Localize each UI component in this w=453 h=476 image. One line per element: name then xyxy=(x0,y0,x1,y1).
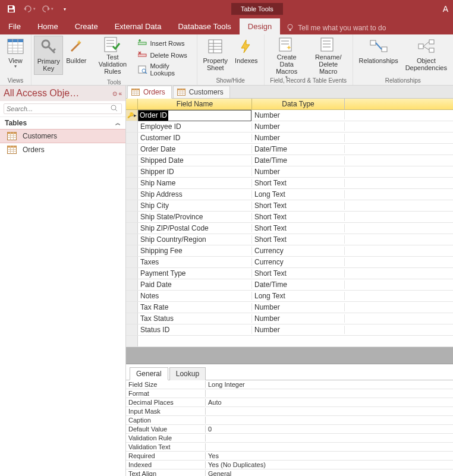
row-selector[interactable] xyxy=(126,291,138,301)
field-row[interactable]: Tax StatusNumber xyxy=(126,313,453,324)
create-data-macros-button[interactable]: Create Data Macros ▾ xyxy=(267,36,307,75)
relationships-button[interactable]: Relationships xyxy=(356,36,402,75)
col-data-type[interactable]: Data Type xyxy=(252,99,345,109)
nav-search[interactable] xyxy=(4,103,122,114)
undo-button[interactable]: ▾ xyxy=(21,1,37,17)
data-type-cell[interactable]: Number xyxy=(252,314,345,323)
save-button[interactable] xyxy=(4,1,19,17)
field-name-cell[interactable]: Taxes xyxy=(138,258,252,266)
nav-header[interactable]: All Access Obje… ⊙ « xyxy=(0,86,125,101)
property-row[interactable]: Caption xyxy=(126,416,453,425)
data-type-cell[interactable]: Short Text xyxy=(252,224,345,232)
tab-external-data[interactable]: External Data xyxy=(106,18,170,34)
tab-design[interactable]: Design xyxy=(240,18,280,34)
row-selector[interactable]: 🔑▸ xyxy=(126,110,138,121)
property-row[interactable]: Validation Text xyxy=(126,443,453,452)
field-row[interactable]: 🔑▸Order IDNumber xyxy=(126,110,453,121)
field-row[interactable]: Payment TypeShort Text xyxy=(126,268,453,279)
row-selector[interactable] xyxy=(126,155,138,166)
field-row[interactable]: Shipper IDNumber xyxy=(126,166,453,178)
field-row[interactable]: Ship State/ProvinceShort Text xyxy=(126,212,453,223)
data-type-cell[interactable]: Currency xyxy=(252,258,345,266)
field-name-cell[interactable]: Ship ZIP/Postal Code xyxy=(138,224,252,232)
field-name-cell[interactable]: Order ID xyxy=(139,111,168,121)
row-selector[interactable] xyxy=(126,178,138,188)
data-type-cell[interactable]: Date/Time xyxy=(252,280,345,289)
field-name-cell[interactable]: Employee ID xyxy=(138,122,252,131)
primary-key-button[interactable]: Primary Key xyxy=(34,36,63,75)
field-name-cell[interactable]: Shipper ID xyxy=(138,168,252,176)
field-row[interactable]: Shipping FeeCurrency xyxy=(126,245,453,257)
row-selector[interactable] xyxy=(126,133,138,143)
row-selector[interactable] xyxy=(126,121,138,132)
row-selector[interactable] xyxy=(126,144,138,155)
field-row[interactable]: TaxesCurrency xyxy=(126,257,453,268)
property-sheet-button[interactable]: Property Sheet xyxy=(200,36,232,75)
row-selector[interactable] xyxy=(126,279,138,290)
data-type-cell[interactable]: Long Text xyxy=(252,292,345,300)
tab-home[interactable]: Home xyxy=(29,18,67,34)
row-selector[interactable] xyxy=(126,234,138,245)
qat-customize-button[interactable]: ▾ xyxy=(57,1,73,17)
object-dependencies-button[interactable]: Object Dependencies xyxy=(402,36,451,75)
data-type-cell[interactable]: Short Text xyxy=(252,235,345,244)
data-type-cell[interactable]: Number xyxy=(252,168,345,176)
tab-create[interactable]: Create xyxy=(67,18,106,34)
row-selector[interactable] xyxy=(126,302,138,313)
data-type-cell[interactable]: Number xyxy=(252,326,345,334)
field-name-cell[interactable]: Ship State/Province xyxy=(138,213,252,221)
col-field-name[interactable]: Field Name xyxy=(138,99,252,109)
field-row[interactable]: Ship AddressLong Text xyxy=(126,189,453,200)
redo-button[interactable]: ▾ xyxy=(39,1,55,17)
row-selector[interactable] xyxy=(126,166,138,177)
field-name-cell[interactable]: Customer ID xyxy=(138,134,252,142)
field-row-empty[interactable] xyxy=(126,336,453,347)
doc-tab-customers[interactable]: Customers xyxy=(173,86,230,98)
row-selector[interactable] xyxy=(126,257,138,267)
field-name-cell[interactable]: Status ID xyxy=(138,326,252,334)
test-validation-button[interactable]: Test Validation Rules xyxy=(89,36,136,75)
data-type-cell[interactable]: Short Text xyxy=(252,269,345,278)
row-selector[interactable] xyxy=(126,313,138,324)
field-row[interactable]: Ship Country/RegionShort Text xyxy=(126,234,453,245)
field-row[interactable]: Ship ZIP/Postal CodeShort Text xyxy=(126,223,453,234)
field-name-cell[interactable]: Tax Status xyxy=(138,314,252,323)
field-row[interactable]: Customer IDNumber xyxy=(126,133,453,144)
data-type-cell[interactable]: Number xyxy=(252,122,345,131)
row-selector[interactable] xyxy=(126,324,138,335)
nav-item-customers[interactable]: Customers xyxy=(0,129,125,143)
splitter[interactable] xyxy=(126,347,453,364)
field-name-cell[interactable]: Shipping Fee xyxy=(138,247,252,255)
field-name-cell[interactable]: Ship City xyxy=(138,201,252,210)
builder-button[interactable]: Builder xyxy=(63,36,89,75)
field-row[interactable]: Employee IDNumber xyxy=(126,121,453,133)
property-row[interactable]: Validation Rule xyxy=(126,434,453,443)
data-type-cell[interactable]: Number xyxy=(252,303,345,311)
field-row[interactable]: NotesLong Text xyxy=(126,291,453,302)
collapse-icon[interactable]: ⊙ « xyxy=(110,90,122,97)
data-type-cell[interactable]: Short Text xyxy=(252,213,345,221)
field-name-cell[interactable]: Ship Country/Region xyxy=(138,235,252,244)
modify-lookups-button[interactable]: Modify Lookups xyxy=(136,62,194,77)
property-row[interactable]: Default Value0 xyxy=(126,425,453,434)
property-row[interactable]: Text AlignGeneral xyxy=(126,469,453,476)
field-name-cell[interactable]: Paid Date xyxy=(138,280,252,289)
field-name-cell[interactable]: Shipped Date xyxy=(138,156,252,165)
row-selector[interactable] xyxy=(126,268,138,279)
field-name-cell[interactable]: Notes xyxy=(138,292,252,300)
nav-item-orders[interactable]: Orders xyxy=(0,143,125,156)
insert-rows-button[interactable]: Insert Rows xyxy=(136,38,194,49)
data-type-cell[interactable]: Number xyxy=(252,134,345,142)
property-row[interactable]: Input Mask xyxy=(126,407,453,416)
field-row[interactable]: Status IDNumber xyxy=(126,324,453,336)
indexes-button[interactable]: Indexes xyxy=(231,36,262,75)
prop-tab-lookup[interactable]: Lookup xyxy=(169,367,206,380)
data-type-cell[interactable]: Currency xyxy=(252,247,345,255)
select-all-cell[interactable] xyxy=(126,99,138,109)
field-row[interactable]: Ship NameShort Text xyxy=(126,178,453,189)
nav-group-tables[interactable]: Tables ︽ xyxy=(0,116,125,129)
property-row[interactable]: Decimal PlacesAuto xyxy=(126,398,453,407)
field-row[interactable]: Paid DateDate/Time xyxy=(126,279,453,291)
property-value[interactable]: Yes (No Duplicates) xyxy=(206,461,453,468)
delete-rows-button[interactable]: Delete Rows xyxy=(136,50,194,61)
